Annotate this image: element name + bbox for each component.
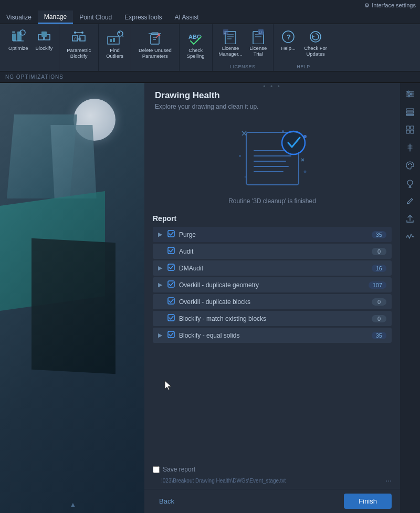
delete-unused-label: Delete Unused Parameters [139,47,172,59]
help-label: Help... [281,45,295,51]
delete-unused-button[interactable]: Delete Unused Parameters [134,27,176,61]
svg-point-16 [118,31,123,36]
spelling-group-label [181,68,211,71]
check-updates-icon [308,29,323,44]
check-updates-button[interactable]: Check For Updates [301,27,330,59]
sidebar-upload-icon[interactable] [402,211,418,227]
finish-button[interactable]: Finish [344,494,392,509]
interface-settings-label[interactable]: ⚙ Interface settings [364,2,416,9]
svg-point-76 [408,164,409,165]
check-updates-label: Check For Updates [304,45,327,57]
sidebar-clip-icon[interactable] [402,140,418,155]
license-manager-icon: L [223,29,238,44]
sidebar-grid-icon[interactable] [402,122,418,138]
overkill-geo-check-icon [167,280,176,289]
svg-rect-74 [406,130,410,133]
parametric-blockify-label: Parametric Blockify [67,47,91,59]
blockify-match-label: Blockify - match existing blocks [179,315,369,322]
tab-visualize[interactable]: Visualize [0,11,38,24]
find-outliers-label: Find Outliers [106,47,123,59]
svg-point-18 [118,32,120,34]
tab-manage[interactable]: Manage [38,11,73,24]
overkill-blocks-count: 0 [372,298,386,306]
panel-subtitle: Explore your drawing and clean it up. [144,103,400,117]
svg-rect-69 [406,109,414,110]
svg-rect-2 [12,32,15,33]
left-3d-panel: ▲ [0,83,146,513]
svg-point-66 [407,91,410,93]
overkill-geo-chevron: ▶ [158,281,164,288]
sidebar-balloon-icon[interactable] [402,175,418,191]
license-trial-button[interactable]: Li License Trial [246,27,270,59]
report-item-overkill-geo[interactable]: ▶ Overkill - duplicate geometry 107 [153,277,392,292]
parametric-blockify-icon: f(x) [70,29,87,46]
tab-pointcloud[interactable]: Point Cloud [73,11,118,24]
purge-label: Purge [179,231,369,238]
settings-icon: ⚙ [364,2,370,9]
find-outliers-button[interactable]: Find Outliers [102,27,128,61]
sidebar-layers-icon[interactable] [402,104,418,120]
parametric-blockify-button[interactable]: f(x) Parametric Blockify [62,27,95,61]
report-item-blockify-match[interactable]: Blockify - match existing blocks 0 [153,311,392,326]
section-header: NG OPTIMIZATIONS [0,71,420,83]
report-item-audit[interactable]: Audit 0 [153,244,392,259]
report-item-blockify-equal[interactable]: ▶ Blockify - equal solids 35 [153,328,392,343]
file-options-icon[interactable]: ··· [385,476,392,485]
building-shape-2 [50,125,96,198]
svg-point-54 [303,135,307,138]
help-button[interactable]: ? Help... [277,27,300,53]
svg-text:L: L [224,30,226,34]
blockify-match-count: 0 [372,315,386,322]
optimize-button[interactable]: Optimize [5,27,31,53]
report-item-overkill-blocks[interactable]: Overkill - duplicate blocks 0 [153,294,392,309]
licenses-group-label: LICENSES [214,63,272,71]
license-manager-button[interactable]: L License Manager... [216,27,246,59]
tab-aiassist[interactable]: AI Assist [169,11,205,24]
blockify-label: Blockify [35,45,52,51]
license-manager-label: License Manager... [219,45,243,57]
dmaudit-chevron: ▶ [158,265,164,271]
svg-point-77 [410,163,411,164]
dark-shape [32,238,116,374]
delete-unused-icon [146,29,163,46]
ribbon-group-help: ? Help... Check For Updates HELP [274,24,333,71]
check-spelling-icon: ABC [187,29,204,46]
optimize-label: Optimize [8,45,28,51]
overkill-geo-label: Overkill - duplicate geometry [179,281,365,289]
svg-rect-0 [12,34,16,41]
save-report-row: Save report [144,462,400,475]
illustration-svg [220,122,325,195]
blockify-match-check-icon [167,314,176,323]
svg-rect-73 [411,126,414,129]
report-item-purge[interactable]: ▶ Purge 35 [153,227,392,242]
svg-rect-71 [406,114,414,116]
file-path-text: !023\Breakout Drawing Health\DWGs\Event_… [161,478,382,484]
optimize-icon [11,29,26,44]
report-item-dmaudit[interactable]: ▶ DMAudit 16 [153,260,392,276]
scroll-arrows[interactable]: ▲ [69,500,77,509]
svg-point-53 [244,176,246,178]
nav-tabs: Visualize Manage Point Cloud ExpressTool… [0,11,420,24]
report-section: Report ▶ Purge 35 Audit 0 [144,209,400,462]
tab-expresstools[interactable]: ExpressTools [118,11,168,24]
check-spelling-button[interactable]: ABC Check Spelling [183,27,209,61]
save-report-checkbox[interactable] [153,466,160,473]
panel-title: Drawing Health [144,90,400,103]
svg-point-78 [411,164,412,165]
drag-dots: • • • [263,83,281,90]
sidebar-activity-icon[interactable] [402,229,418,245]
blockify-button[interactable]: Blockify [32,27,56,53]
svg-point-51 [239,155,241,157]
ribbon-group-delete: Delete Unused Parameters [131,24,180,71]
purge-chevron: ▶ [158,231,164,238]
sidebar-paint-icon[interactable] [402,193,418,209]
svg-point-10 [74,32,76,34]
sidebar-sliders-icon[interactable] [402,86,418,102]
overkill-blocks-label: Overkill - duplicate blocks [179,298,369,306]
main-area: ▲ • • • Drawing Health Explore your draw… [0,83,420,513]
sidebar-palette-icon[interactable] [402,158,418,173]
back-button[interactable]: Back [153,494,181,508]
panel-drag-handle[interactable]: • • • [144,83,400,90]
svg-text:Li: Li [259,30,262,34]
illustration-area: Routine '3D cleanup' is finished [144,117,400,209]
